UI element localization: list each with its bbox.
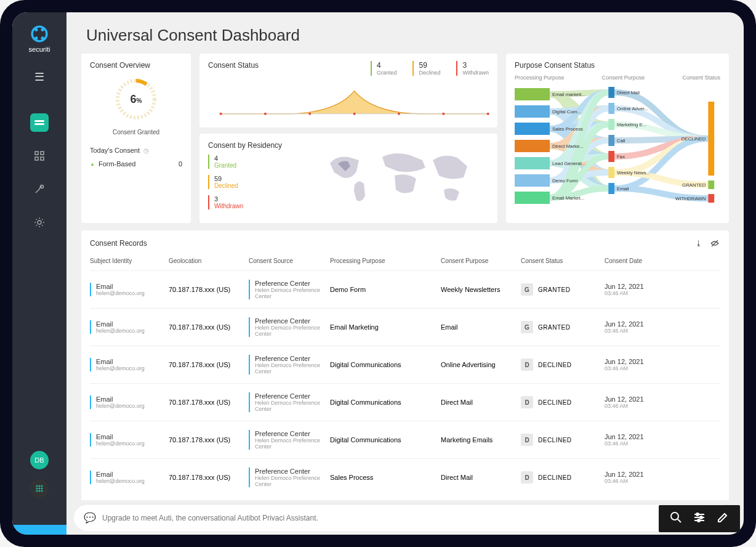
consent-records-card: Consent Records ⭳ Subject Identity Geolo… xyxy=(81,230,729,500)
svg-rect-49 xyxy=(608,119,614,130)
svg-point-0 xyxy=(32,26,47,41)
status-badge: DDECLINED xyxy=(521,434,572,446)
svg-text:GRANTED: GRANTED xyxy=(682,182,706,188)
status-badge: GGRANTED xyxy=(521,321,570,333)
records-title: Consent Records xyxy=(90,239,147,248)
nav-modules-icon[interactable] xyxy=(30,147,49,165)
status-badge: GGRANTED xyxy=(521,283,570,296)
svg-point-71 xyxy=(700,516,702,519)
user-avatar[interactable]: DB xyxy=(30,451,49,469)
residency-title: Consent by Residency xyxy=(208,141,300,150)
svg-point-27 xyxy=(353,113,356,115)
status-metric: 59Declined xyxy=(412,61,440,76)
svg-text:Email marketi...: Email marketi... xyxy=(552,92,585,97)
svg-point-12 xyxy=(38,221,41,224)
svg-rect-51 xyxy=(608,135,614,146)
svg-point-19 xyxy=(36,490,38,492)
settings-sliders-icon[interactable] xyxy=(693,511,706,526)
svg-point-14 xyxy=(39,485,41,487)
table-row[interactable]: Emailhelen@democo.org 70.187.178.xxx (US… xyxy=(90,270,720,308)
gauge-suffix: % xyxy=(137,97,142,104)
sankey-col-left: Processing Purpose xyxy=(515,75,565,81)
svg-text:DECLINED: DECLINED xyxy=(682,136,706,142)
svg-rect-35 xyxy=(515,123,550,135)
bottom-toolbar xyxy=(659,505,740,532)
col-consent-status: Consent Status xyxy=(521,257,605,264)
consent-gauge: 6% xyxy=(111,75,161,124)
residency-metric: 4Granted xyxy=(208,155,300,169)
col-consent-purpose: Consent Purpose xyxy=(441,257,521,264)
svg-rect-6 xyxy=(34,123,44,125)
svg-rect-37 xyxy=(515,140,550,152)
residency-metric: 3Withdrawn xyxy=(208,195,300,209)
visibility-off-icon[interactable] xyxy=(709,238,720,249)
svg-rect-9 xyxy=(35,157,38,160)
table-row[interactable]: Emailhelen@democo.org 70.187.178.xxx (US… xyxy=(90,346,720,383)
svg-point-26 xyxy=(308,113,311,115)
svg-text:Online Adver...: Online Adver... xyxy=(617,106,648,111)
table-row[interactable]: Emailhelen@democo.org 70.187.178.xxx (US… xyxy=(90,421,720,458)
svg-rect-63 xyxy=(708,194,714,203)
svg-rect-45 xyxy=(608,87,614,98)
table-row[interactable]: Emailhelen@democo.org 70.187.178.xxx (US… xyxy=(90,308,720,346)
status-badge: DDECLINED xyxy=(521,396,572,408)
consent-residency-card: Consent by Residency 4Granted59Declined3… xyxy=(199,134,497,223)
status-metric: 3Withdrawn xyxy=(456,61,489,76)
today-consent-title: Today's Consent ◷ xyxy=(90,147,182,154)
svg-point-17 xyxy=(39,488,41,490)
svg-point-4 xyxy=(41,36,44,39)
sankey-col-mid: Consent Purpose xyxy=(602,75,645,81)
svg-rect-41 xyxy=(515,174,550,187)
nav-settings-icon[interactable] xyxy=(30,213,49,232)
edit-icon[interactable] xyxy=(717,511,729,526)
brand-logo[interactable]: securiti xyxy=(23,23,55,53)
table-row[interactable]: Emailhelen@democo.org 70.187.178.xxx (US… xyxy=(90,458,720,496)
svg-point-28 xyxy=(398,113,400,115)
svg-rect-57 xyxy=(608,183,614,194)
nav-dashboard-icon[interactable] xyxy=(30,113,49,132)
status-badge: DDECLINED xyxy=(521,471,572,484)
chat-icon: 💬 xyxy=(84,512,96,524)
chat-bar[interactable]: 💬 xyxy=(74,504,736,531)
svg-line-67 xyxy=(678,519,681,522)
purpose-consent-sankey-card: Purpose Consent Status Processing Purpos… xyxy=(506,54,729,223)
svg-point-30 xyxy=(487,113,489,115)
sankey-title: Purpose Consent Status xyxy=(515,61,720,70)
svg-rect-5 xyxy=(34,120,44,122)
svg-point-29 xyxy=(442,113,444,115)
menu-toggle-icon[interactable]: ☰ xyxy=(34,70,44,84)
sidebar-accent xyxy=(12,525,66,535)
svg-rect-39 xyxy=(515,157,550,169)
col-consent-source: Consent Source xyxy=(249,257,330,264)
col-processing-purpose: Processing Purpose xyxy=(330,257,441,264)
gauge-value: 6 xyxy=(131,93,137,105)
svg-rect-61 xyxy=(708,180,714,189)
today-item-label: Form-Based xyxy=(99,160,136,168)
svg-point-66 xyxy=(671,513,678,520)
overview-title: Consent Overview xyxy=(90,61,182,70)
download-icon[interactable]: ⭳ xyxy=(693,238,704,249)
table-header: Subject Identity Geolocation Consent Sou… xyxy=(90,255,720,270)
search-icon[interactable] xyxy=(670,511,682,526)
status-badge: DDECLINED xyxy=(521,359,572,371)
consent-status-card: Consent Status 4Granted59Declined3Withdr… xyxy=(199,54,497,128)
svg-rect-10 xyxy=(41,157,44,160)
svg-rect-43 xyxy=(515,192,550,204)
brand-logo-icon xyxy=(29,23,50,44)
svg-point-3 xyxy=(34,36,38,39)
svg-point-2 xyxy=(41,28,44,31)
svg-text:Lead Generat...: Lead Generat... xyxy=(552,161,585,166)
nav-tools-icon[interactable] xyxy=(30,180,49,198)
col-geolocation: Geolocation xyxy=(169,257,249,264)
chat-input[interactable] xyxy=(102,514,726,522)
status-metric: 4Granted xyxy=(371,61,397,76)
svg-rect-31 xyxy=(515,88,550,100)
table-row[interactable]: Emailhelen@democo.org 70.187.178.xxx (US… xyxy=(90,383,720,421)
svg-point-73 xyxy=(698,519,700,522)
svg-point-20 xyxy=(39,490,41,492)
status-title: Consent Status xyxy=(208,61,259,71)
apps-icon[interactable] xyxy=(30,479,49,498)
svg-point-15 xyxy=(41,485,43,487)
svg-text:Marketing E...: Marketing E... xyxy=(617,122,646,128)
world-map xyxy=(321,142,481,216)
